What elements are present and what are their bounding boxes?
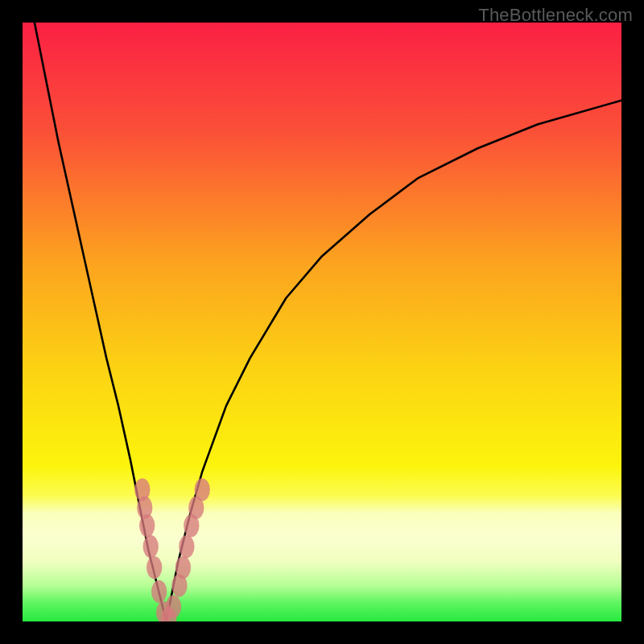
watermark-text: TheBottleneck.com (478, 5, 633, 26)
data-marker (175, 556, 191, 579)
data-marker (139, 514, 155, 537)
chart-frame: TheBottleneck.com (0, 0, 644, 644)
data-marker (151, 580, 167, 603)
data-marker (143, 535, 159, 558)
curve-right-branch (167, 101, 621, 621)
data-marker (195, 478, 210, 501)
plot-area (23, 23, 621, 621)
data-marker (166, 595, 181, 617)
bottleneck-curve (23, 23, 621, 621)
data-marker (147, 556, 162, 579)
data-marker (179, 535, 194, 558)
